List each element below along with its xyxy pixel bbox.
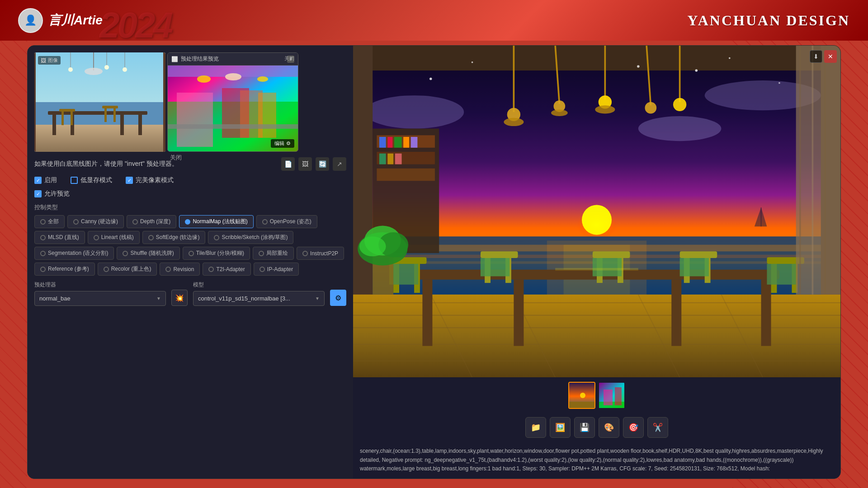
checkbox-allow-preview-box[interactable] — [34, 190, 42, 197]
radio-all[interactable]: 全部 — [34, 215, 65, 228]
target-icon: 🎯 — [628, 422, 638, 432]
radio-mlsd-circle — [40, 235, 46, 240]
radio-tile-blur[interactable]: Tile/Blur (分块/模糊) — [183, 247, 250, 260]
svg-rect-105 — [403, 137, 409, 148]
svg-rect-4 — [52, 115, 56, 135]
checkbox-low-memory-box[interactable] — [71, 177, 78, 184]
tool-folder-btn[interactable]: 📁 — [525, 417, 546, 438]
svg-rect-104 — [394, 137, 402, 148]
radio-scribble[interactable]: Scribble/Sketch (涂鸦/草图) — [208, 231, 293, 244]
checkbox-perfect-pixel[interactable]: 完美像素模式 — [126, 176, 174, 184]
preprocessor-select[interactable]: normal_bae ▼ — [34, 291, 166, 306]
hint-icon-swap[interactable]: 🔄 — [316, 157, 329, 171]
radio-normalmap[interactable]: NormalMap (法线贴图) — [179, 215, 253, 228]
checkbox-enable-box[interactable] — [34, 177, 42, 184]
tool-target-btn[interactable]: 🎯 — [623, 417, 644, 438]
svg-point-122 — [729, 57, 731, 59]
svg-point-95 — [645, 102, 656, 114]
svg-point-120 — [472, 61, 473, 63]
radio-canny-circle — [73, 219, 79, 225]
model-value: control_v11p_sd15_normalbae [3... — [198, 295, 290, 302]
checkbox-enable[interactable]: 启用 — [34, 176, 57, 184]
thumb-colorful-inner — [599, 383, 624, 408]
svg-rect-102 — [379, 137, 386, 148]
preview-titlebar: ⬜ 预处理结果预览 ⬇ — [168, 53, 298, 66]
close-icon: ✕ — [828, 53, 833, 60]
model-select[interactable]: control_v11p_sd15_normalbae [3... ▼ — [193, 291, 325, 306]
svg-point-15 — [85, 68, 103, 75]
svg-point-123 — [778, 82, 780, 84]
radio-reference[interactable]: Reference (参考) — [34, 263, 95, 276]
radio-canny[interactable]: Canny (硬边缘) — [67, 215, 124, 228]
svg-point-87 — [504, 118, 524, 126]
refresh-btn[interactable]: 💥 — [171, 290, 188, 306]
radio-depth[interactable]: Depth (深度) — [127, 215, 176, 228]
radio-mlsd[interactable]: MLSD (直线) — [34, 231, 85, 244]
hint-icon-file[interactable]: 📄 — [281, 157, 295, 171]
svg-point-21 — [123, 67, 127, 72]
hint-icon-arrow[interactable]: ↗ — [333, 157, 346, 171]
radio-segmentation[interactable]: Segmentation (语义分割) — [34, 247, 114, 260]
radio-local-repaint[interactable]: 局部重绘 — [253, 247, 294, 260]
svg-rect-7 — [120, 115, 124, 135]
tool-image-btn[interactable]: 🖼️ — [550, 417, 571, 438]
model-config-icon: ⚙ — [335, 294, 341, 302]
svg-rect-127 — [555, 268, 638, 271]
svg-rect-9 — [61, 112, 64, 125]
model-icon-btn[interactable]: ⚙ — [330, 290, 346, 306]
svg-point-129 — [580, 393, 585, 398]
svg-point-34 — [257, 76, 268, 82]
radio-normalmap-label: NormalMap (法线贴图) — [193, 218, 247, 225]
close-preprocess-text[interactable]: 关闭 — [170, 154, 182, 162]
radio-instructp2p[interactable]: InstructP2P — [297, 247, 344, 260]
radio-shuffle[interactable]: Shuffle (随机洗牌) — [117, 247, 179, 260]
prompt-area: scenery,chair,(ocean:1.3),table,lamp,ind… — [353, 441, 840, 479]
radio-recolor[interactable]: Recolor (重上色) — [98, 263, 157, 276]
svg-rect-80 — [593, 258, 622, 276]
radio-lineart[interactable]: Lineart (线稿) — [88, 231, 140, 244]
radio-openpose[interactable]: OpenPose (姿态) — [256, 215, 317, 228]
radio-depth-label: Depth (深度) — [140, 218, 170, 225]
thumbnail-1[interactable] — [568, 382, 595, 409]
svg-rect-84 — [680, 258, 709, 276]
tool-crop-btn[interactable]: ✂️ — [647, 417, 668, 438]
site-title: 言川Artie — [48, 12, 103, 29]
right-panel: ⬇ ✕ — [353, 46, 840, 479]
checkbox-low-memory[interactable]: 低显存模式 — [71, 176, 112, 184]
generated-image-area: ⬇ ✕ — [353, 46, 840, 377]
svg-rect-103 — [387, 137, 392, 148]
svg-rect-23 — [163, 52, 165, 152]
radio-tile-circle — [189, 251, 194, 256]
radio-local-circle — [259, 251, 264, 256]
download-right-btn[interactable]: ⬇ — [810, 50, 822, 63]
hint-icon-image[interactable]: 🖼 — [298, 157, 312, 171]
image-icon: 🖼️ — [555, 422, 565, 432]
svg-rect-72 — [767, 264, 796, 285]
thumbnail-2[interactable] — [598, 382, 625, 409]
preprocess-preview-window: ⬜ 预处理结果预览 ⬇ — [167, 52, 298, 152]
close-preprocess-btn[interactable]: 关闭 — [284, 55, 294, 62]
checkbox-enable-label: 启用 — [44, 176, 57, 184]
logo-area: 👤 言川Artie — [18, 8, 103, 33]
radio-reference-label: Reference (参考) — [48, 265, 89, 273]
crop-icon: ✂️ — [653, 422, 663, 432]
radio-softedge[interactable]: SoftEdge (软边缘) — [142, 231, 206, 244]
close-right-btn[interactable]: ✕ — [824, 50, 837, 63]
svg-rect-108 — [387, 154, 393, 164]
preprocessor-value: normal_bae — [39, 295, 71, 302]
tool-save-btn[interactable]: 💾 — [574, 417, 595, 438]
checkbox-allow-preview[interactable]: 允许预览 — [34, 190, 70, 198]
checkbox-perfect-pixel-box[interactable] — [126, 177, 133, 184]
model-group: 模型 control_v11p_sd15_normalbae [3... ▼ — [193, 281, 325, 306]
tool-paint-btn[interactable]: 🎨 — [599, 417, 619, 438]
radio-revision[interactable]: Revision — [160, 263, 200, 276]
hint-icons: 📄 🖼 🔄 ↗ — [281, 157, 346, 171]
radio-ip[interactable]: IP-Adapter — [254, 263, 299, 276]
edit-badge[interactable]: 编辑 ⚙ — [271, 139, 294, 148]
radio-instructp2p-label: InstructP2P — [310, 250, 338, 257]
main-area: 🖼图像 ⬜ 预处理结果预览 ⬇ — [27, 45, 841, 479]
svg-rect-22 — [34, 52, 36, 152]
radio-t2i[interactable]: T2I-Adapter — [203, 263, 250, 276]
bg-pattern-left — [0, 41, 27, 488]
brand-name: YANCHUAN DESIGN — [688, 12, 850, 29]
